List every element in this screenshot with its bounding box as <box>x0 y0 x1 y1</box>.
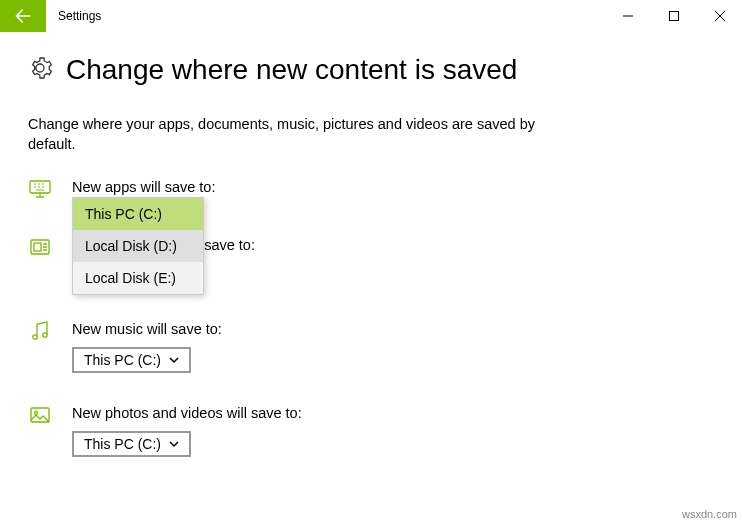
svg-rect-3 <box>34 243 41 251</box>
music-icon <box>28 319 52 343</box>
music-dropdown[interactable]: This PC (C:) <box>72 347 191 373</box>
photos-dropdown-value: This PC (C:) <box>84 436 161 452</box>
chevron-down-icon <box>167 353 181 367</box>
window-title: Settings <box>46 0 605 32</box>
titlebar: Settings <box>0 0 743 32</box>
dropdown-option-c[interactable]: This PC (C:) <box>73 198 203 230</box>
apps-icon <box>28 177 52 201</box>
dropdown-option-d[interactable]: Local Disk (D:) <box>73 230 203 262</box>
minimize-button[interactable] <box>605 0 651 32</box>
back-button[interactable] <box>0 0 46 32</box>
maximize-button[interactable] <box>651 0 697 32</box>
apps-dropdown-list: This PC (C:) Local Disk (D:) Local Disk … <box>72 197 204 295</box>
gear-icon <box>28 56 52 84</box>
setting-photos: New photos and videos will save to: This… <box>28 405 715 457</box>
content-area: Change where new content is saved Change… <box>0 32 743 457</box>
music-dropdown-value: This PC (C:) <box>84 352 161 368</box>
close-button[interactable] <box>697 0 743 32</box>
photos-dropdown[interactable]: This PC (C:) <box>72 431 191 457</box>
photos-label: New photos and videos will save to: <box>72 405 715 421</box>
apps-label: New apps will save to: <box>72 179 715 195</box>
maximize-icon <box>669 11 679 21</box>
svg-rect-0 <box>670 12 679 21</box>
close-icon <box>715 11 725 21</box>
window-controls <box>605 0 743 32</box>
dropdown-option-e[interactable]: Local Disk (E:) <box>73 262 203 294</box>
watermark: wsxdn.com <box>682 508 737 520</box>
chevron-down-icon <box>167 437 181 451</box>
back-arrow-icon <box>13 6 33 26</box>
page-header: Change where new content is saved <box>28 54 715 86</box>
setting-apps: New apps will save to: This PC (C:) Loca… <box>28 179 715 205</box>
documents-icon <box>28 235 52 259</box>
music-label: New music will save to: <box>72 321 715 337</box>
svg-point-7 <box>35 411 38 414</box>
setting-music: New music will save to: This PC (C:) <box>28 321 715 373</box>
minimize-icon <box>623 11 633 21</box>
page-title: Change where new content is saved <box>66 54 517 86</box>
photos-icon <box>28 403 52 427</box>
page-description: Change where your apps, documents, music… <box>28 114 568 155</box>
